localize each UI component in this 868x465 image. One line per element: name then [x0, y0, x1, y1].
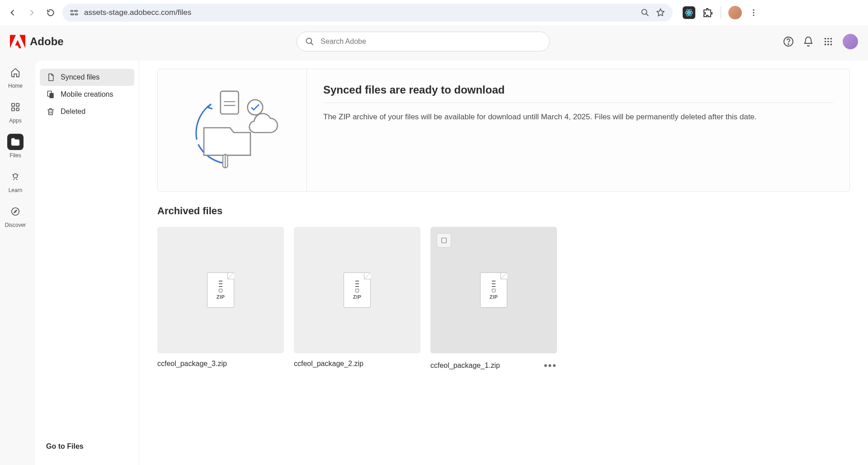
svg-point-33 [247, 100, 263, 115]
svg-rect-26 [12, 108, 14, 111]
svg-point-28 [13, 174, 17, 178]
extensions-icon[interactable] [703, 7, 713, 18]
rail-item-discover[interactable]: Discover [3, 203, 28, 228]
side-item-label: Mobile creations [61, 90, 113, 99]
adobe-logo[interactable]: Adobe [10, 35, 64, 48]
banner-illustration [158, 69, 307, 191]
svg-point-5 [688, 12, 689, 13]
svg-point-15 [825, 38, 826, 39]
apps-grid-icon[interactable] [823, 36, 834, 47]
zoom-icon[interactable] [640, 8, 650, 18]
side-item-synced-files[interactable]: Synced files [40, 69, 134, 86]
home-icon [7, 64, 24, 80]
rail-item-files[interactable]: Files [3, 134, 28, 159]
info-banner: Synced files are ready to download The Z… [157, 69, 850, 192]
svg-point-18 [825, 41, 826, 42]
svg-rect-1 [75, 10, 78, 12]
svg-rect-32 [220, 91, 238, 114]
files-icon [7, 134, 24, 150]
rail-label: Apps [9, 117, 21, 124]
svg-point-17 [830, 38, 832, 39]
file-name: ccfeol_package_3.zip [157, 360, 227, 368]
rail-label: Home [8, 83, 23, 89]
back-button[interactable] [5, 5, 20, 20]
rail-item-learn[interactable]: Learn [3, 169, 28, 193]
svg-point-11 [753, 14, 754, 16]
zip-file-icon: ZIP [480, 272, 507, 308]
side-item-label: Deleted [61, 108, 85, 116]
svg-rect-25 [16, 103, 19, 106]
forward-button[interactable] [24, 5, 39, 20]
zip-file-icon: ZIP [344, 272, 371, 308]
file-icon [46, 73, 55, 82]
svg-point-27 [16, 108, 19, 111]
svg-point-23 [830, 43, 832, 45]
svg-point-22 [827, 43, 829, 45]
app-header: Adobe [0, 25, 868, 58]
file-card: ZIP ccfeol_package_2.zip [294, 227, 420, 371]
profile-avatar[interactable] [728, 6, 742, 19]
banner-title: Synced files are ready to download [323, 84, 833, 96]
user-avatar[interactable] [843, 34, 858, 49]
svg-point-19 [827, 41, 829, 42]
section-title: Archived files [157, 205, 850, 217]
brand-name: Adobe [30, 35, 64, 48]
file-card: ZIP ccfeol_package_3.zip [157, 227, 284, 371]
select-checkbox[interactable] [437, 233, 451, 248]
address-bar[interactable]: assets-stage.adobecc.com/files [62, 4, 673, 22]
rail-label: Learn [9, 187, 23, 193]
apps-icon [7, 99, 24, 115]
svg-rect-0 [71, 10, 73, 12]
search-icon [305, 37, 314, 46]
svg-point-16 [827, 38, 829, 39]
go-to-files-link[interactable]: Go to Files [40, 436, 134, 457]
banner-description: The ZIP archive of your files will be av… [323, 111, 833, 123]
zip-file-icon: ZIP [207, 272, 234, 308]
divider [721, 6, 721, 19]
adobe-logo-icon [10, 35, 25, 48]
file-card: ZIP ccfeol_package_1.zip ••• [430, 227, 557, 371]
svg-rect-24 [12, 103, 14, 106]
discover-icon [7, 203, 24, 220]
mobile-icon [46, 90, 55, 99]
rail-label: Discover [5, 222, 26, 228]
svg-rect-31 [50, 93, 54, 99]
svg-point-4 [642, 9, 647, 14]
help-icon[interactable] [783, 36, 794, 47]
main-content: Synced files are ready to download The Z… [139, 61, 868, 465]
side-item-label: Synced files [61, 73, 99, 81]
svg-point-9 [753, 9, 754, 11]
bookmark-star-icon[interactable] [656, 8, 665, 18]
browser-toolbar: assets-stage.adobecc.com/files [0, 0, 868, 25]
svg-rect-2 [71, 14, 74, 15]
search-box[interactable] [297, 32, 550, 52]
reload-button[interactable] [43, 5, 58, 20]
rail-item-apps[interactable]: Apps [3, 99, 28, 124]
file-thumbnail[interactable]: ZIP [430, 227, 557, 353]
learn-icon [7, 169, 24, 185]
side-item-deleted[interactable]: Deleted [40, 103, 134, 120]
svg-point-12 [307, 38, 312, 43]
svg-point-20 [830, 41, 832, 42]
site-settings-icon [70, 8, 79, 17]
extension-react-icon[interactable] [683, 6, 695, 19]
divider [323, 103, 833, 103]
more-actions-icon[interactable]: ••• [544, 360, 557, 371]
svg-rect-3 [75, 14, 78, 15]
trash-icon [46, 107, 55, 116]
nav-rail: Home Apps Files Learn Discover [0, 58, 31, 465]
rail-label: Files [9, 152, 21, 159]
file-thumbnail[interactable]: ZIP [294, 227, 420, 353]
search-input[interactable] [321, 38, 541, 46]
side-panel: Synced files Mobile creations Deleted Go… [35, 61, 139, 465]
svg-point-10 [753, 12, 754, 13]
file-grid: ZIP ccfeol_package_3.zip ZIP ccfeol_pack… [157, 227, 850, 371]
svg-point-14 [788, 43, 789, 44]
svg-point-21 [825, 43, 826, 45]
rail-item-home[interactable]: Home [3, 64, 28, 89]
kebab-menu-icon[interactable] [749, 8, 758, 17]
side-item-mobile-creations[interactable]: Mobile creations [40, 86, 134, 103]
notifications-icon[interactable] [803, 36, 814, 47]
file-thumbnail[interactable]: ZIP [157, 227, 284, 353]
file-name: ccfeol_package_1.zip [430, 362, 500, 370]
